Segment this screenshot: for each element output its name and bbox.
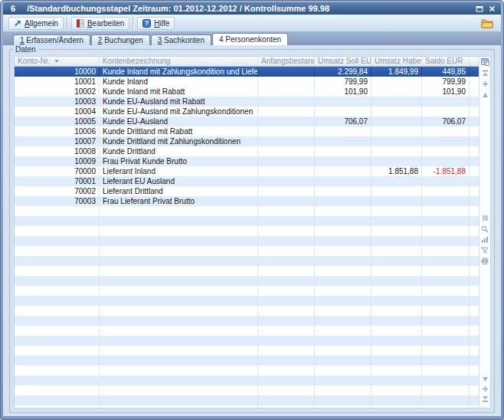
column-header-saldo[interactable]: Saldo EUR xyxy=(422,57,470,66)
menu-item-allgemein[interactable]: Allgemein xyxy=(8,17,64,30)
cell-anfangsbestand xyxy=(258,77,315,87)
folder-button[interactable] xyxy=(479,16,496,31)
cell-umsatz-soll xyxy=(315,326,371,336)
scroll-down-page-button[interactable] xyxy=(480,385,489,393)
table-row[interactable]: 10009Frau Privat Kunde Brutto xyxy=(15,156,479,166)
table-row[interactable]: 10007Kunde Drittland mit Zahlungskonditi… xyxy=(15,136,479,146)
column-header-umsatz-soll[interactable]: Umsatz Soll EUR xyxy=(315,57,371,66)
cell-konto-nr xyxy=(15,356,100,366)
columns-button[interactable] xyxy=(480,214,489,222)
cell-konto-nr xyxy=(15,296,100,306)
cell-anfangsbestand xyxy=(258,206,315,216)
column-header-kontenbezeichnung[interactable]: Kontenbezeichnung xyxy=(100,57,258,66)
cell-saldo xyxy=(422,386,470,395)
cell-konto-nr: 10000 xyxy=(15,67,100,77)
scroll-up-button[interactable] xyxy=(480,90,489,99)
cell-saldo xyxy=(422,256,470,266)
cell-anfangsbestand xyxy=(258,107,315,116)
menu-item-hilfe[interactable]: ?Hilfe xyxy=(137,17,175,30)
table-row-empty[interactable] xyxy=(15,246,479,256)
tab-personenkonten[interactable]: 4 Personenkonten xyxy=(212,33,288,45)
cell-umsatz-haben xyxy=(371,107,422,116)
table-row-empty[interactable] xyxy=(15,395,479,405)
table-row-empty[interactable] xyxy=(15,296,479,306)
cell-kontenbezeichnung xyxy=(100,246,258,256)
table-row[interactable]: 10000Kunde Inland mit Zahlungskondition … xyxy=(15,67,479,77)
cell-filler xyxy=(470,395,479,405)
scroll-down-button[interactable] xyxy=(480,375,489,383)
table-row[interactable]: 10004Kunde EU-Ausland mit Zahlungskondit… xyxy=(15,107,479,116)
table-row[interactable]: 10003Kunde EU-Ausland mit Rabatt xyxy=(15,97,479,107)
table-row[interactable]: 10001Kunde Inland799,99799,99 xyxy=(15,77,479,87)
table-row-empty[interactable] xyxy=(15,326,479,336)
table-settings-button[interactable] xyxy=(480,57,489,66)
table-row-empty[interactable] xyxy=(15,216,479,226)
tab-sachkonten[interactable]: 3 Sachkonten xyxy=(151,34,211,45)
table-row-empty[interactable] xyxy=(15,226,479,236)
chart-button[interactable] xyxy=(480,235,489,244)
cell-umsatz-haben xyxy=(371,77,422,87)
column-header-konto-nr[interactable]: Konto-Nr. xyxy=(15,57,100,66)
cell-kontenbezeichnung: Kunde EU-Ausland xyxy=(100,116,258,126)
cell-umsatz-haben xyxy=(371,97,422,107)
columns-icon xyxy=(482,215,489,221)
cell-umsatz-soll xyxy=(315,206,371,216)
table-row-empty[interactable] xyxy=(15,316,479,326)
table-row-empty[interactable] xyxy=(15,366,479,376)
svg-text:?: ? xyxy=(145,20,149,27)
arrow-up-right-icon xyxy=(14,19,21,27)
table-row-empty[interactable] xyxy=(15,276,479,286)
table-row[interactable]: 10008Kunde Drittland xyxy=(15,146,479,156)
table-row-empty[interactable] xyxy=(15,336,479,346)
table-row[interactable]: 70001Lieferant EU Ausland xyxy=(15,176,479,186)
cell-kontenbezeichnung xyxy=(100,326,258,336)
table-row-empty[interactable] xyxy=(15,376,479,386)
close-button[interactable] xyxy=(486,4,498,14)
cell-saldo: 101,90 xyxy=(422,87,470,97)
cell-konto-nr: 70002 xyxy=(15,186,100,196)
table-row[interactable]: 10002Kunde Inland mit Rabatt101,90101,90 xyxy=(15,87,479,97)
column-header-umsatz-haben[interactable]: Umsatz Haben EUR xyxy=(371,57,422,66)
menu-item-bearbeiten[interactable]: Bearbeiten xyxy=(71,17,129,30)
cell-kontenbezeichnung: Frau Privat Kunde Brutto xyxy=(100,156,258,166)
move-record-down-icon xyxy=(482,386,489,392)
table-row[interactable]: 10005Kunde EU-Ausland706,07706,07 xyxy=(15,116,479,126)
cell-anfangsbestand xyxy=(258,356,315,366)
print-button[interactable] xyxy=(480,257,489,265)
filter-button[interactable] xyxy=(480,246,489,254)
cell-konto-nr xyxy=(15,346,100,356)
table-row-empty[interactable] xyxy=(15,386,479,395)
tab-buchungen[interactable]: 2 Buchungen xyxy=(91,34,150,45)
cell-anfangsbestand xyxy=(258,166,315,176)
search-button[interactable] xyxy=(480,225,489,233)
cell-umsatz-haben xyxy=(371,146,422,156)
table-row-empty[interactable] xyxy=(15,206,479,216)
table-row-empty[interactable] xyxy=(15,405,479,408)
column-header-anfangsbestand[interactable]: Anfangsbestand EUR xyxy=(258,57,315,66)
table-row-empty[interactable] xyxy=(15,346,479,356)
cell-anfangsbestand xyxy=(258,376,315,386)
restore-button[interactable] xyxy=(473,4,485,14)
cell-kontenbezeichnung xyxy=(100,236,258,246)
tab-erfassen-ändern[interactable]: 1 Erfassen/Ändern xyxy=(13,34,90,45)
table-row-empty[interactable] xyxy=(15,356,479,366)
cell-umsatz-soll: 2.299,84 xyxy=(315,67,371,77)
table-row[interactable]: 70002Lieferant Drittland xyxy=(15,186,479,196)
toolbar-separator xyxy=(67,17,68,29)
scroll-to-bottom-button[interactable] xyxy=(480,395,489,403)
cell-konto-nr: 70000 xyxy=(15,166,100,176)
table-row[interactable]: 10006Kunde Drittland mit Rabatt xyxy=(15,126,479,136)
menu-item-label: Allgemein xyxy=(25,19,58,28)
scroll-to-top-button[interactable] xyxy=(480,69,489,77)
scroll-up-page-button[interactable] xyxy=(480,80,489,88)
cell-umsatz-haben xyxy=(371,206,422,216)
table-row-empty[interactable] xyxy=(15,236,479,246)
table-row-empty[interactable] xyxy=(15,306,479,316)
cell-filler xyxy=(470,166,479,176)
table-row[interactable]: 70003Frau Lieferant Privat Brutto xyxy=(15,196,479,206)
titlebar[interactable]: 6 /Standardbuchungsstapel Zeitraum: 01.2… xyxy=(3,2,501,15)
table-row-empty[interactable] xyxy=(15,256,479,266)
table-row-empty[interactable] xyxy=(15,286,479,296)
table-row-empty[interactable] xyxy=(15,266,479,276)
table-row[interactable]: 70000Lieferant Inland1.851,88-1.851,88 xyxy=(15,166,479,176)
